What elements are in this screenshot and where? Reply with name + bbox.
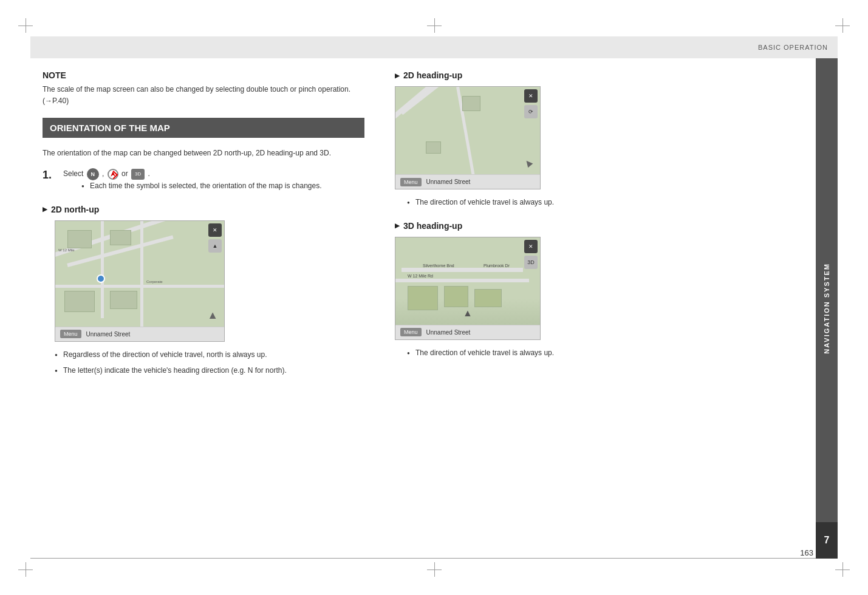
heading-up-3d-bullet-1: The direction of vehicle travel is alway… bbox=[407, 347, 804, 359]
building-2 bbox=[110, 230, 131, 245]
header-title: BASIC OPERATION bbox=[758, 44, 828, 51]
step-1-number: 1. bbox=[43, 168, 56, 182]
north-up-map: W 12 Mile Corporate ▲ ✕ ▲ Menu Unnamed S… bbox=[55, 220, 225, 342]
sidebar-label: NAVIGATION SYSTEM bbox=[823, 263, 830, 354]
step-1-or: or bbox=[121, 169, 130, 178]
step-1-sub-list: Each time the symbol is selected, the or… bbox=[81, 180, 322, 192]
map-road-h bbox=[55, 285, 224, 288]
north-up-heading: 2D north-up bbox=[43, 205, 364, 214]
h-map-street-label: Unnamed Street bbox=[426, 178, 471, 185]
map-btn-2[interactable]: ▲ bbox=[208, 239, 222, 253]
3d-map-btn-2[interactable]: 3D bbox=[524, 256, 538, 269]
left-column: NOTE The scale of the map screen can als… bbox=[30, 58, 383, 559]
crosshair-bottom-right bbox=[835, 562, 850, 577]
road-label-1: W 12 Mile bbox=[58, 248, 75, 252]
heading-up-3d-bullets: The direction of vehicle travel is alway… bbox=[407, 347, 804, 359]
crosshair-top-center bbox=[427, 18, 442, 33]
heading-up-3d-heading: 3D heading-up bbox=[395, 221, 804, 231]
note-title: NOTE bbox=[43, 70, 364, 80]
page-number: 7 bbox=[824, 535, 830, 546]
note-text: The scale of the map screen can also be … bbox=[43, 84, 364, 107]
3d-map-menu-btn[interactable]: Menu bbox=[400, 328, 422, 336]
h-building-2 bbox=[426, 141, 441, 154]
3d-building-1 bbox=[408, 286, 438, 310]
h-map-btn-2[interactable]: ⟳ bbox=[524, 105, 538, 118]
3d-road-label-2: Plumbrook Dr bbox=[484, 264, 510, 268]
crosshair-top-left bbox=[18, 18, 33, 33]
3d-icon: 3D bbox=[131, 169, 145, 180]
3d-map-street-label: Unnamed Street bbox=[426, 329, 471, 336]
3d-road-1 bbox=[402, 268, 523, 272]
3d-road-label-3: W 12 Mile Rd bbox=[408, 274, 433, 278]
map-btn-1[interactable]: ✕ bbox=[208, 223, 222, 237]
right-column: 2D heading-up ▲ ✕ ⟳ Menu Unnamed Street bbox=[383, 58, 816, 559]
crosshair-bottom-center bbox=[427, 562, 442, 577]
heading-up-2d-bullet-1: The direction of vehicle travel is alway… bbox=[407, 197, 804, 209]
step-1-sub-item: Each time the symbol is selected, the or… bbox=[81, 180, 322, 192]
step-1-text: Select bbox=[63, 169, 83, 178]
h-map-bottom-bar: Menu Unnamed Street bbox=[395, 174, 540, 189]
h-building-1 bbox=[462, 96, 480, 111]
heading-icon bbox=[108, 169, 118, 180]
step-1-sep: , bbox=[102, 169, 106, 178]
heading-up-2d-text: 2D heading-up bbox=[403, 70, 462, 80]
map-road-v1 bbox=[101, 221, 104, 318]
north-up-bullet-1: Regardless of the direction of vehicle t… bbox=[55, 349, 364, 361]
3d-map-top-right: ✕ 3D bbox=[524, 240, 538, 269]
crosshair-top-right bbox=[835, 18, 850, 33]
3d-building-2 bbox=[444, 286, 468, 307]
road-label-2: Corporate bbox=[146, 280, 163, 284]
map-menu-btn[interactable]: Menu bbox=[60, 330, 81, 338]
crosshair-bottom-left bbox=[18, 562, 33, 577]
right-sidebar: NAVIGATION SYSTEM bbox=[816, 58, 838, 559]
north-up-bullet-2: The letter(s) indicate the vehicle's hea… bbox=[55, 365, 364, 377]
north-up-heading-text: 2D north-up bbox=[51, 205, 99, 214]
step-1-dot: . bbox=[148, 169, 149, 178]
h-map-btn-1[interactable]: ✕ bbox=[524, 89, 538, 103]
north-arrow: ▲ bbox=[207, 309, 218, 322]
3d-building-3 bbox=[474, 289, 502, 307]
building-4 bbox=[110, 291, 137, 309]
3d-map-btn-1[interactable]: ✕ bbox=[524, 240, 538, 253]
step-1-row: 1. Select N , or 3D . Each time the symb… bbox=[43, 168, 364, 199]
map-top-right-icons: ✕ ▲ bbox=[208, 223, 222, 253]
3d-road-label-1: Silverthorne Bnd bbox=[423, 264, 454, 268]
step-1-content: Select N , or 3D . Each time the symbol … bbox=[63, 168, 322, 199]
3d-vehicle-arrow: ▲ bbox=[463, 308, 473, 319]
h-map-menu-btn[interactable]: Menu bbox=[400, 178, 422, 186]
note-section: NOTE The scale of the map screen can als… bbox=[43, 70, 364, 107]
north-up-bullet-list: Regardless of the direction of vehicle t… bbox=[55, 349, 364, 377]
heading-up-2d-map: ▲ ✕ ⟳ Menu Unnamed Street bbox=[395, 86, 541, 189]
heading-up-3d-map: Silverthorne Bnd Plumbrook Dr W 12 Mile … bbox=[395, 237, 541, 340]
svg-marker-0 bbox=[111, 171, 115, 177]
building-3 bbox=[64, 291, 95, 312]
map-bottom-bar: Menu Unnamed Street bbox=[55, 327, 224, 341]
heading-up-3d-text: 3D heading-up bbox=[403, 221, 462, 231]
3d-road-2 bbox=[395, 279, 529, 282]
heading-up-2d-bullets: The direction of vehicle travel is alway… bbox=[407, 197, 804, 209]
map-street-label: Unnamed Street bbox=[86, 331, 131, 338]
content-area: NOTE The scale of the map screen can als… bbox=[30, 58, 816, 559]
3d-map-bottom-bar: Menu Unnamed Street bbox=[395, 325, 540, 339]
gps-dot bbox=[97, 274, 105, 283]
page-number-badge: 7 bbox=[816, 522, 838, 559]
map-road-v2 bbox=[140, 221, 143, 341]
north-icon: N bbox=[87, 168, 99, 180]
h-map-top-right: ✕ ⟳ bbox=[524, 89, 538, 118]
building-1 bbox=[67, 230, 92, 248]
heading-up-2d-heading: 2D heading-up bbox=[395, 70, 804, 80]
section-header: ORIENTATION OF THE MAP bbox=[43, 118, 364, 138]
header-bar: BASIC OPERATION bbox=[30, 36, 838, 58]
body-text: The orientation of the map can be change… bbox=[43, 148, 364, 160]
